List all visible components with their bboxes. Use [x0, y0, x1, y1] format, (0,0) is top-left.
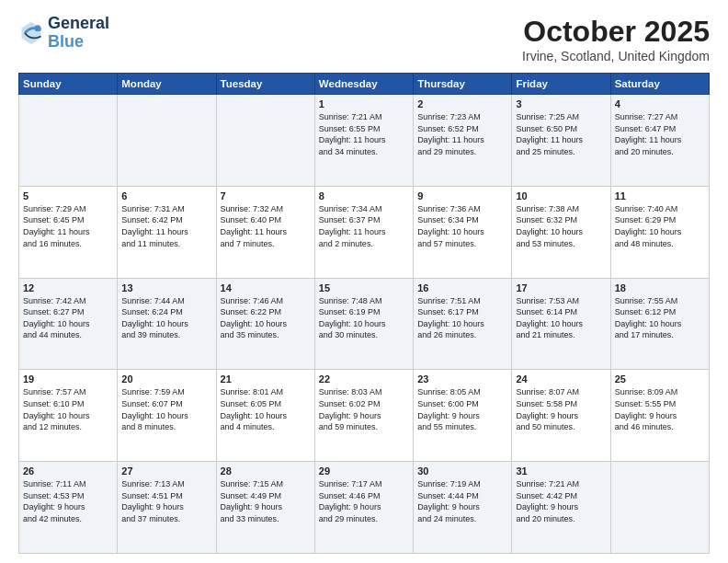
calendar-cell: 21Sunrise: 8:01 AM Sunset: 6:05 PM Dayli…	[216, 370, 314, 462]
day-number: 20	[121, 373, 211, 385]
day-number: 13	[121, 282, 211, 293]
logo-text: General Blue	[48, 15, 109, 52]
header-cell-saturday: Saturday	[610, 74, 709, 95]
cell-text: Sunrise: 7:48 AM Sunset: 6:19 PM Dayligh…	[319, 295, 409, 341]
day-number: 1	[319, 98, 409, 109]
calendar-cell: 25Sunrise: 8:09 AM Sunset: 5:55 PM Dayli…	[610, 370, 709, 462]
calendar-cell: 20Sunrise: 7:59 AM Sunset: 6:07 PM Dayli…	[118, 370, 216, 462]
day-number: 26	[23, 465, 113, 477]
calendar-cell: 22Sunrise: 8:03 AM Sunset: 6:02 PM Dayli…	[314, 370, 413, 462]
calendar-cell: 4Sunrise: 7:27 AM Sunset: 6:47 PM Daylig…	[610, 95, 709, 187]
logo-line1: General	[48, 15, 109, 33]
day-number: 29	[319, 465, 409, 477]
header-cell-monday: Monday	[118, 74, 216, 95]
day-number: 4	[615, 98, 705, 109]
calendar-cell: 18Sunrise: 7:55 AM Sunset: 6:12 PM Dayli…	[610, 278, 709, 370]
calendar-row-3: 19Sunrise: 7:57 AM Sunset: 6:10 PM Dayli…	[19, 370, 710, 462]
cell-text: Sunrise: 7:15 AM Sunset: 4:49 PM Dayligh…	[221, 478, 311, 524]
day-number: 12	[23, 282, 113, 293]
cell-text: Sunrise: 7:59 AM Sunset: 6:07 PM Dayligh…	[121, 386, 211, 432]
title-block: October 2025 Irvine, Scotland, United Ki…	[522, 15, 710, 63]
logo-line2: Blue	[48, 33, 109, 52]
calendar-row-4: 26Sunrise: 7:11 AM Sunset: 4:53 PM Dayli…	[19, 462, 710, 554]
day-number: 15	[319, 282, 409, 293]
calendar-row-1: 5Sunrise: 7:29 AM Sunset: 6:45 PM Daylig…	[19, 186, 710, 278]
day-number: 30	[417, 465, 507, 477]
svg-point-1	[35, 25, 41, 31]
logo: General Blue	[18, 15, 109, 52]
day-number: 8	[319, 190, 409, 201]
day-number: 17	[516, 282, 606, 293]
calendar-cell: 24Sunrise: 8:07 AM Sunset: 5:58 PM Dayli…	[512, 370, 610, 462]
day-number: 11	[615, 190, 705, 201]
header-cell-sunday: Sunday	[19, 74, 118, 95]
cell-text: Sunrise: 8:03 AM Sunset: 6:02 PM Dayligh…	[319, 386, 409, 432]
cell-text: Sunrise: 7:34 AM Sunset: 6:37 PM Dayligh…	[319, 203, 409, 249]
cell-text: Sunrise: 7:32 AM Sunset: 6:40 PM Dayligh…	[221, 203, 311, 249]
header-cell-thursday: Thursday	[414, 74, 512, 95]
calendar-row-2: 12Sunrise: 7:42 AM Sunset: 6:27 PM Dayli…	[19, 278, 710, 370]
calendar-cell: 26Sunrise: 7:11 AM Sunset: 4:53 PM Dayli…	[19, 462, 118, 554]
calendar-cell: 30Sunrise: 7:19 AM Sunset: 4:44 PM Dayli…	[414, 462, 512, 554]
header-row: SundayMondayTuesdayWednesdayThursdayFrid…	[19, 74, 710, 95]
calendar-cell: 9Sunrise: 7:36 AM Sunset: 6:34 PM Daylig…	[414, 186, 512, 278]
header-cell-friday: Friday	[512, 74, 610, 95]
calendar-cell	[216, 95, 314, 187]
calendar-cell: 5Sunrise: 7:29 AM Sunset: 6:45 PM Daylig…	[19, 186, 118, 278]
cell-text: Sunrise: 7:29 AM Sunset: 6:45 PM Dayligh…	[23, 203, 113, 249]
calendar-cell	[19, 95, 118, 187]
header: General Blue October 2025 Irvine, Scotla…	[18, 15, 710, 63]
calendar-cell: 2Sunrise: 7:23 AM Sunset: 6:52 PM Daylig…	[414, 95, 512, 187]
cell-text: Sunrise: 7:13 AM Sunset: 4:51 PM Dayligh…	[121, 478, 211, 524]
calendar-cell: 6Sunrise: 7:31 AM Sunset: 6:42 PM Daylig…	[118, 186, 216, 278]
cell-text: Sunrise: 7:40 AM Sunset: 6:29 PM Dayligh…	[615, 203, 705, 249]
header-cell-wednesday: Wednesday	[314, 74, 413, 95]
calendar-cell: 3Sunrise: 7:25 AM Sunset: 6:50 PM Daylig…	[512, 95, 610, 187]
cell-text: Sunrise: 8:05 AM Sunset: 6:00 PM Dayligh…	[417, 386, 507, 432]
calendar-cell	[118, 95, 216, 187]
cell-text: Sunrise: 8:07 AM Sunset: 5:58 PM Dayligh…	[516, 386, 606, 432]
calendar-cell: 12Sunrise: 7:42 AM Sunset: 6:27 PM Dayli…	[19, 278, 118, 370]
header-cell-tuesday: Tuesday	[216, 74, 314, 95]
calendar-cell	[610, 462, 709, 554]
calendar-row-0: 1Sunrise: 7:21 AM Sunset: 6:55 PM Daylig…	[19, 95, 710, 187]
calendar-cell: 8Sunrise: 7:34 AM Sunset: 6:37 PM Daylig…	[314, 186, 413, 278]
calendar-cell: 17Sunrise: 7:53 AM Sunset: 6:14 PM Dayli…	[512, 278, 610, 370]
cell-text: Sunrise: 7:27 AM Sunset: 6:47 PM Dayligh…	[615, 111, 705, 157]
calendar-cell: 10Sunrise: 7:38 AM Sunset: 6:32 PM Dayli…	[512, 186, 610, 278]
day-number: 9	[417, 190, 507, 201]
page: General Blue October 2025 Irvine, Scotla…	[0, 0, 728, 563]
calendar-cell: 19Sunrise: 7:57 AM Sunset: 6:10 PM Dayli…	[19, 370, 118, 462]
cell-text: Sunrise: 7:44 AM Sunset: 6:24 PM Dayligh…	[121, 295, 211, 341]
day-number: 24	[516, 373, 606, 385]
calendar-cell: 11Sunrise: 7:40 AM Sunset: 6:29 PM Dayli…	[610, 186, 709, 278]
cell-text: Sunrise: 7:53 AM Sunset: 6:14 PM Dayligh…	[516, 295, 606, 341]
cell-text: Sunrise: 7:11 AM Sunset: 4:53 PM Dayligh…	[23, 478, 113, 524]
day-number: 16	[417, 282, 507, 293]
day-number: 7	[221, 190, 311, 201]
day-number: 19	[23, 373, 113, 385]
cell-text: Sunrise: 7:57 AM Sunset: 6:10 PM Dayligh…	[23, 386, 113, 432]
subtitle: Irvine, Scotland, United Kingdom	[522, 49, 710, 63]
day-number: 2	[417, 98, 507, 109]
calendar-cell: 7Sunrise: 7:32 AM Sunset: 6:40 PM Daylig…	[216, 186, 314, 278]
calendar-cell: 29Sunrise: 7:17 AM Sunset: 4:46 PM Dayli…	[314, 462, 413, 554]
cell-text: Sunrise: 8:01 AM Sunset: 6:05 PM Dayligh…	[221, 386, 311, 432]
day-number: 22	[319, 373, 409, 385]
calendar-cell: 13Sunrise: 7:44 AM Sunset: 6:24 PM Dayli…	[118, 278, 216, 370]
day-number: 6	[121, 190, 211, 201]
cell-text: Sunrise: 7:38 AM Sunset: 6:32 PM Dayligh…	[516, 203, 606, 249]
day-number: 14	[221, 282, 311, 293]
cell-text: Sunrise: 7:21 AM Sunset: 4:42 PM Dayligh…	[516, 478, 606, 524]
cell-text: Sunrise: 7:42 AM Sunset: 6:27 PM Dayligh…	[23, 295, 113, 341]
cell-text: Sunrise: 7:51 AM Sunset: 6:17 PM Dayligh…	[417, 295, 507, 341]
cell-text: Sunrise: 7:46 AM Sunset: 6:22 PM Dayligh…	[221, 295, 311, 341]
calendar-cell: 31Sunrise: 7:21 AM Sunset: 4:42 PM Dayli…	[512, 462, 610, 554]
calendar-cell: 14Sunrise: 7:46 AM Sunset: 6:22 PM Dayli…	[216, 278, 314, 370]
logo-icon	[18, 20, 44, 46]
day-number: 3	[516, 98, 606, 109]
day-number: 31	[516, 465, 606, 477]
day-number: 23	[417, 373, 507, 385]
day-number: 25	[615, 373, 705, 385]
calendar-cell: 16Sunrise: 7:51 AM Sunset: 6:17 PM Dayli…	[414, 278, 512, 370]
